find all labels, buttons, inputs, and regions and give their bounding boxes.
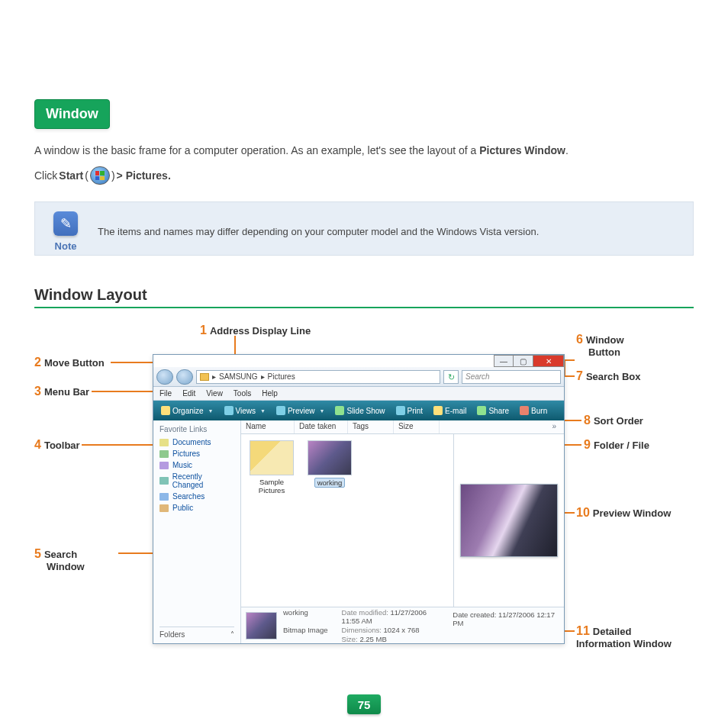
callout-4: 4Toolbar	[34, 438, 80, 452]
note-pencil-icon: ✎	[53, 211, 78, 236]
breadcrumb-seg1[interactable]: SAMSUNG	[219, 372, 258, 381]
sidebar-item-recently-changed[interactable]: Recently Changed	[159, 472, 234, 489]
tb-email[interactable]: E-mail	[430, 404, 469, 417]
click-instruction: Click Start() > Pictures.	[34, 166, 694, 185]
minimize-button[interactable]: —	[494, 355, 514, 367]
sidebar-item-pictures[interactable]: Pictures	[159, 449, 234, 458]
menu-view[interactable]: View	[206, 389, 223, 398]
favorite-links-pane: Favorite Links Documents Pictures Music …	[153, 420, 241, 643]
note-label: Note	[55, 240, 77, 252]
section-badge: Window	[34, 99, 110, 129]
sidebar-item-music[interactable]: Music	[159, 461, 234, 469]
details-size: 2.25 MB	[359, 635, 386, 643]
item-label: Sample Pictures	[247, 478, 296, 494]
tb-burn[interactable]: Burn	[517, 404, 550, 417]
menu-file[interactable]: File	[159, 389, 172, 398]
folder-icon	[200, 373, 209, 381]
intro-bold: Pictures Window	[479, 144, 565, 156]
image-thumb-icon	[308, 440, 352, 475]
window-layout-heading: Window Layout	[34, 286, 694, 308]
sidebar-item-documents[interactable]: Documents	[159, 438, 234, 446]
tb-print[interactable]: Print	[393, 404, 427, 417]
col-datetaken[interactable]: Date taken	[295, 420, 348, 433]
refresh-button[interactable]: ↻	[443, 370, 459, 384]
click-prefix: Click	[34, 169, 57, 182]
col-more[interactable]: »	[547, 420, 564, 433]
tb-views[interactable]: Views	[221, 404, 269, 417]
details-size-label: Size:	[342, 635, 358, 643]
item-sample-pictures[interactable]: Sample Pictures	[247, 440, 296, 494]
menu-edit[interactable]: Edit	[182, 389, 195, 398]
intro-text-before: A window is the basic frame for a comput…	[34, 144, 479, 156]
callout-1: 1Address Display Line	[200, 324, 311, 337]
details-type: Bitmap Image	[283, 626, 328, 634]
close-button[interactable]: ✕	[533, 355, 564, 367]
paren-close: )	[111, 169, 115, 182]
menu-help[interactable]: Help	[262, 389, 278, 398]
callout-10: 10Preview Window	[576, 506, 671, 520]
col-tags[interactable]: Tags	[348, 420, 394, 433]
preview-image	[460, 484, 558, 557]
details-dim-label: Dimensions:	[342, 626, 382, 634]
column-headers: Name Date taken Tags Size »	[241, 420, 564, 434]
folder-thumb-icon	[250, 440, 294, 475]
callout-6: 6WindowButton	[576, 333, 624, 358]
details-name: working	[283, 608, 308, 617]
callout-9: 9Folder / File	[584, 438, 649, 452]
preview-pane	[453, 434, 564, 607]
tb-share[interactable]: Share	[474, 404, 512, 417]
details-created-label: Date created:	[453, 610, 496, 619]
file-area: Sample Pictures working	[241, 434, 453, 607]
search-input[interactable]: Search	[462, 370, 561, 384]
layout-diagram: 1Address Display Line 2Move Button 3Menu…	[34, 324, 694, 675]
sidebar-item-public[interactable]: Public	[159, 504, 234, 512]
breadcrumb-seg2[interactable]: Pictures	[268, 372, 295, 381]
breadcrumb-sep: ▸	[212, 372, 216, 381]
item-label: working	[314, 478, 346, 488]
details-dim: 1024 x 768	[384, 626, 420, 634]
col-name[interactable]: Name	[241, 420, 295, 433]
col-size[interactable]: Size	[394, 420, 440, 433]
nav-forward-button[interactable]	[176, 369, 193, 385]
tb-preview[interactable]: Preview	[273, 404, 328, 417]
click-suffix: > Pictures.	[117, 169, 171, 182]
intro-text-after: .	[565, 144, 569, 156]
breadcrumb-sep: ▸	[261, 372, 265, 381]
paren-open: (	[85, 169, 89, 182]
tb-organize[interactable]: Organize	[158, 404, 217, 417]
click-start: Start	[59, 169, 83, 182]
callout-2: 2Move Button	[34, 356, 105, 369]
note-text: The items and names may differ depending…	[98, 226, 539, 237]
note-box: ✎ Note The items and names may differ de…	[34, 201, 694, 256]
callout-3: 3Menu Bar	[34, 385, 89, 398]
callout-5: 5SearchWindow	[34, 547, 85, 572]
menu-bar: File Edit View Tools Help	[153, 387, 564, 401]
details-modified-label: Date modified:	[342, 608, 388, 617]
window-buttons: — ▢ ✕	[494, 355, 564, 367]
details-pane: working Date modified: 11/27/2006 11:55 …	[241, 607, 564, 643]
menu-tools[interactable]: Tools	[234, 389, 251, 398]
address-bar: ▸ SAMSUNG ▸ Pictures ↻ Search	[153, 367, 564, 387]
item-working[interactable]: working	[305, 440, 354, 488]
maximize-button[interactable]: ▢	[514, 355, 533, 367]
nav-back-button[interactable]	[156, 369, 173, 385]
page-number: 75	[347, 694, 381, 714]
tb-slideshow[interactable]: Slide Show	[332, 404, 388, 417]
callout-7: 7Search Box	[576, 369, 640, 383]
callout-8: 8Sort Order	[584, 414, 643, 427]
start-orb-icon	[90, 166, 110, 185]
breadcrumb[interactable]: ▸ SAMSUNG ▸ Pictures	[196, 370, 440, 384]
intro-paragraph: A window is the basic frame for a comput…	[34, 143, 694, 159]
details-thumb-icon	[246, 612, 277, 639]
toolbar: Organize Views Preview Slide Show Print …	[153, 401, 564, 420]
callout-11: 11DetailedInformation Window	[576, 624, 672, 649]
sidebar-item-searches[interactable]: Searches	[159, 492, 234, 501]
folders-header[interactable]: Folders˄	[159, 627, 234, 639]
sidebar-header: Favorite Links	[159, 425, 234, 433]
explorer-window: — ▢ ✕ ▸ SAMSUNG ▸ Pictures ↻ Search File	[153, 354, 565, 644]
